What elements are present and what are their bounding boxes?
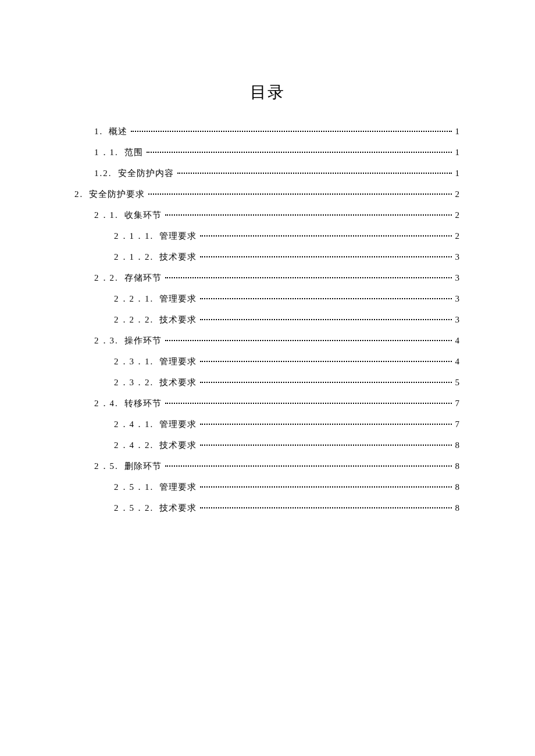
toc-entry-text: 删除环节	[124, 456, 162, 476]
toc-entry-text: 安全防护要求	[89, 184, 145, 205]
toc-entry-page: 5	[455, 372, 460, 393]
toc-entry-number: 2．5．1.	[114, 476, 154, 497]
toc-entry-page: 3	[455, 309, 460, 330]
toc-entry-text: 操作环节	[124, 330, 162, 351]
table-of-contents: 1.概述11．1.范围11.2.安全防护内容12.安全防护要求22．1.收集环节…	[0, 121, 535, 518]
toc-entry: 2．3．1.管理要求4	[74, 351, 459, 372]
toc-entry: 2．5．2.技术要求8	[74, 497, 459, 518]
toc-entry-page: 7	[455, 393, 460, 414]
toc-entry-number: 1．1.	[94, 142, 119, 163]
toc-entry: 2．4.转移环节7	[74, 393, 459, 414]
toc-entry: 2．4．2.技术要求8	[74, 435, 459, 456]
toc-entry-number: 2．3．2.	[114, 372, 154, 393]
toc-entry: 2．4．1.管理要求7	[74, 414, 459, 435]
toc-entry-number: 2．4．1.	[114, 414, 154, 435]
toc-entry: 2．1.收集环节2	[74, 205, 459, 225]
toc-leader-dots	[200, 382, 451, 383]
toc-leader-dots	[165, 465, 452, 467]
toc-entry-number: 2．2.	[94, 267, 119, 288]
toc-leader-dots	[200, 235, 451, 237]
toc-entry: 2．3．2.技术要求5	[74, 372, 459, 393]
toc-entry-page: 1	[455, 163, 460, 184]
toc-entry-number: 2．3．1.	[114, 351, 154, 372]
toc-entry: 1．1.范围1	[74, 142, 459, 163]
toc-entry: 2.安全防护要求2	[74, 184, 459, 205]
toc-entry: 2．2．2.技术要求3	[74, 309, 459, 330]
toc-entry-page: 7	[455, 414, 460, 435]
toc-entry-text: 管理要求	[159, 476, 197, 497]
toc-entry: 2．5.删除环节8	[74, 456, 459, 476]
toc-entry-text: 安全防护内容	[118, 163, 174, 184]
toc-entry-page: 3	[455, 288, 460, 309]
toc-entry: 1.2.安全防护内容1	[74, 163, 459, 184]
toc-entry-number: 2．5.	[94, 456, 119, 476]
toc-entry-text: 技术要求	[159, 246, 197, 267]
toc-entry-text: 存储环节	[124, 267, 162, 288]
toc-entry-text: 技术要求	[159, 497, 197, 518]
toc-entry-number: 2．5．2.	[114, 497, 154, 518]
toc-entry-text: 技术要求	[159, 309, 197, 330]
toc-entry-page: 2	[455, 225, 460, 246]
toc-entry-text: 转移环节	[124, 393, 162, 414]
toc-entry-text: 范围	[124, 142, 143, 163]
toc-entry-page: 1	[455, 121, 460, 142]
toc-entry-number: 2．1．2.	[114, 246, 154, 267]
toc-leader-dots	[131, 131, 451, 132]
toc-entry-number: 2．1.	[94, 205, 119, 225]
toc-entry-text: 概述	[109, 121, 127, 142]
toc-entry: 2．2.存储环节3	[74, 267, 459, 288]
toc-entry-text: 管理要求	[159, 414, 197, 435]
toc-entry-page: 8	[455, 476, 460, 497]
toc-entry-page: 1	[455, 142, 460, 163]
toc-entry-text: 技术要求	[159, 435, 197, 456]
toc-entry-text: 技术要求	[159, 372, 197, 393]
toc-leader-dots	[200, 445, 451, 446]
toc-entry-number: 2．2．1.	[114, 288, 154, 309]
toc-entry-text: 管理要求	[159, 225, 197, 246]
toc-entry-page: 2	[455, 205, 460, 225]
toc-leader-dots	[200, 361, 451, 362]
toc-entry-page: 4	[455, 330, 460, 351]
toc-entry: 1.概述1	[74, 121, 459, 142]
toc-leader-dots	[200, 424, 451, 425]
toc-entry-page: 4	[455, 351, 460, 372]
toc-entry-text: 管理要求	[159, 288, 197, 309]
toc-leader-dots	[165, 340, 452, 341]
toc-entry-page: 8	[455, 435, 460, 456]
toc-entry-number: 2．4．2.	[114, 435, 154, 456]
toc-title: 目录	[0, 81, 535, 103]
toc-entry: 2．3.操作环节4	[74, 330, 459, 351]
toc-entry-number: 2．1．1.	[114, 225, 154, 246]
toc-entry-page: 3	[455, 246, 460, 267]
toc-entry-text: 管理要求	[159, 351, 197, 372]
toc-leader-dots	[148, 194, 451, 195]
toc-leader-dots	[200, 319, 451, 320]
toc-leader-dots	[165, 277, 452, 278]
toc-entry-page: 8	[455, 456, 460, 476]
toc-leader-dots	[200, 298, 451, 299]
toc-entry: 2．5．1.管理要求8	[74, 476, 459, 497]
toc-leader-dots	[200, 486, 451, 488]
toc-entry-number: 2.	[74, 184, 83, 205]
toc-leader-dots	[165, 214, 452, 216]
toc-entry-number: 2．4.	[94, 393, 119, 414]
toc-leader-dots	[200, 507, 451, 508]
toc-entry-page: 3	[455, 267, 460, 288]
toc-entry-text: 收集环节	[124, 205, 162, 225]
toc-entry-number: 2．2．2.	[114, 309, 154, 330]
toc-leader-dots	[200, 256, 451, 257]
toc-entry-number: 1.2.	[94, 163, 112, 184]
toc-entry-number: 1.	[94, 121, 103, 142]
toc-leader-dots	[177, 173, 452, 174]
toc-leader-dots	[165, 403, 452, 404]
toc-entry-page: 2	[455, 184, 460, 205]
toc-leader-dots	[147, 152, 452, 153]
toc-entry-page: 8	[455, 497, 460, 518]
toc-entry-number: 2．3.	[94, 330, 119, 351]
toc-entry: 2．1．2.技术要求3	[74, 246, 459, 267]
toc-entry: 2．2．1.管理要求3	[74, 288, 459, 309]
toc-entry: 2．1．1.管理要求2	[74, 225, 459, 246]
